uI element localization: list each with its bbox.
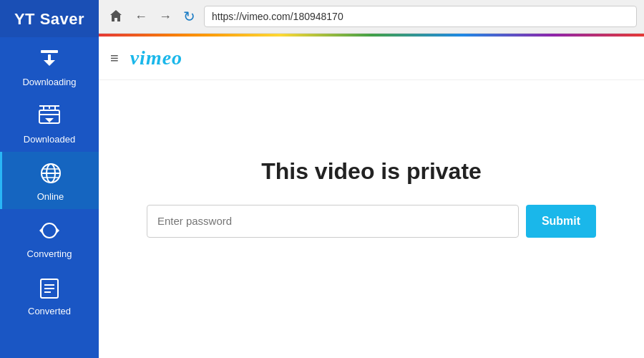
address-bar[interactable]: [204, 6, 637, 27]
refresh-button[interactable]: ↻: [180, 8, 198, 25]
sidebar-item-downloading[interactable]: Downloading: [0, 37, 99, 95]
sidebar-item-converted-label: Converted: [28, 306, 71, 316]
hamburger-menu-button[interactable]: ≡: [110, 50, 119, 67]
sidebar: YT Saver Downloading Downloaded: [0, 0, 99, 358]
vimeo-body: This video is private Submit: [99, 80, 644, 358]
sidebar-item-converting-label: Converting: [27, 248, 72, 259]
svg-marker-16: [39, 228, 42, 233]
svg-marker-9: [45, 118, 54, 122]
vimeo-logo: vimeo: [130, 47, 182, 69]
sidebar-item-converted[interactable]: Converted: [0, 266, 99, 324]
downloading-icon: [38, 47, 61, 74]
svg-rect-0: [41, 50, 58, 53]
home-button[interactable]: [106, 7, 126, 26]
forward-button[interactable]: →: [156, 9, 175, 24]
private-video-title: This video is private: [261, 158, 482, 185]
online-icon: [39, 162, 62, 188]
sidebar-item-downloading-label: Downloading: [22, 77, 76, 87]
password-row: Submit: [147, 205, 596, 238]
converted-icon: [38, 276, 61, 303]
sidebar-item-converting[interactable]: Converting: [0, 209, 99, 266]
password-input[interactable]: [147, 205, 519, 238]
app-title: YT Saver: [0, 0, 99, 37]
svg-marker-2: [44, 60, 55, 66]
submit-button[interactable]: Submit: [526, 205, 596, 238]
converting-icon: [38, 219, 61, 246]
downloaded-icon: [38, 105, 61, 131]
browser-bar: ← → ↻: [99, 0, 644, 34]
vimeo-page: ≡ vimeo This video is private Submit: [99, 37, 644, 358]
vimeo-navbar: ≡ vimeo: [99, 37, 644, 80]
back-button[interactable]: ←: [132, 9, 150, 24]
sidebar-item-online[interactable]: Online: [0, 152, 99, 209]
main-content: ← → ↻ ≡ vimeo This video is private Subm…: [99, 0, 644, 358]
sidebar-item-downloaded[interactable]: Downloaded: [0, 95, 99, 152]
sidebar-item-online-label: Online: [37, 191, 64, 202]
sidebar-item-downloaded-label: Downloaded: [24, 134, 75, 145]
